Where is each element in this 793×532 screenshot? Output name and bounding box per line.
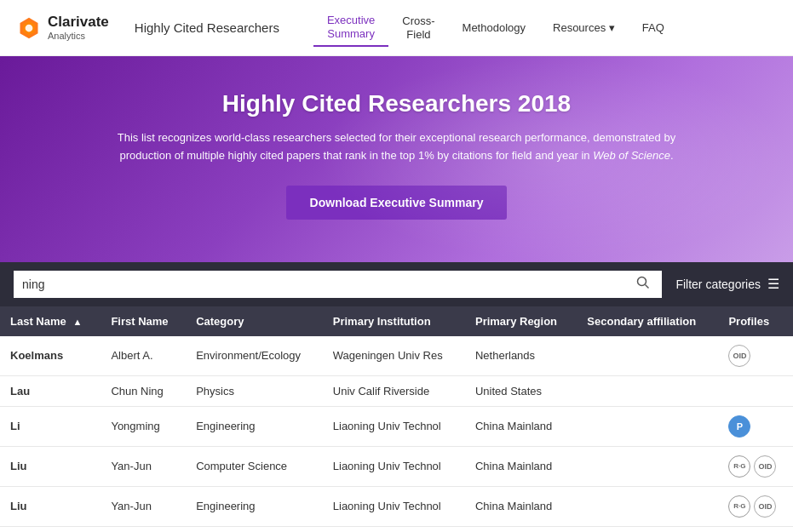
table-row[interactable]: LiYongmingEngineeringLiaoning Univ Techn… xyxy=(0,406,793,446)
nav-methodology[interactable]: Methodology xyxy=(449,16,539,40)
col-header-primary-institution[interactable]: Primary Institution xyxy=(323,306,465,336)
cell-category: Engineering xyxy=(186,406,323,446)
col-header-profiles[interactable]: Profiles xyxy=(718,306,793,336)
table-row[interactable]: LiuYan-JunEngineeringLiaoning Univ Techn… xyxy=(0,486,793,526)
cell-first_name: Yan-Jun xyxy=(101,486,186,526)
site-title: Highly Cited Researchers xyxy=(135,20,279,35)
clarivate-logo-icon xyxy=(17,16,41,40)
cell-primary_region: Netherlands xyxy=(465,526,577,532)
nav-executive-summary[interactable]: ExecutiveSummary xyxy=(313,9,388,47)
cell-last_name: Koelmans xyxy=(0,336,101,376)
profile-badge-publons-blue[interactable]: P xyxy=(728,415,750,438)
col-header-secondary-affiliation[interactable]: Secondary affiliation xyxy=(577,306,718,336)
cell-primary_institution: Wageningen Univ Res xyxy=(323,336,465,376)
table-row[interactable]: KoelmansAlbert A.Environment/EcologyWage… xyxy=(0,336,793,376)
main-nav: ExecutiveSummary Cross-Field Methodology… xyxy=(313,9,776,47)
cell-first_name: Yan-Jun xyxy=(101,446,186,486)
table-row[interactable]: MarrinkSiewert J.Cross-FieldUniv Groning… xyxy=(0,526,793,532)
header: Clarivate Analytics Highly Cited Researc… xyxy=(0,0,793,56)
cell-primary_institution: Univ Groningen xyxy=(323,526,465,532)
logo-clarivate: Clarivate xyxy=(48,14,109,31)
table-row[interactable]: LiuYan-JunComputer ScienceLiaoning Univ … xyxy=(0,446,793,486)
profile-badge-oid[interactable]: OID xyxy=(754,495,776,518)
cell-first_name: Siewert J. xyxy=(101,526,186,532)
cell-profiles: OID xyxy=(718,336,793,376)
cell-primary_institution: Liaoning Univ Technol xyxy=(323,446,465,486)
cell-profiles: R·GOID xyxy=(718,446,793,486)
table-row[interactable]: LauChun NingPhysicsUniv Calif RiversideU… xyxy=(0,375,793,406)
logo-analytics: Analytics xyxy=(48,31,109,41)
logo-text: Clarivate Analytics xyxy=(48,14,109,41)
cell-category: Environment/Ecology xyxy=(186,336,323,376)
cell-secondary_affiliation xyxy=(577,406,718,446)
nav-faq[interactable]: FAQ xyxy=(629,16,678,40)
col-header-last-name[interactable]: Last Name ▲ xyxy=(0,306,101,336)
search-input-wrap xyxy=(14,271,662,298)
col-header-primary-region[interactable]: Primary Region xyxy=(465,306,577,336)
filter-label: Filter categories xyxy=(675,277,761,291)
cell-profiles: R·G xyxy=(718,526,793,532)
search-input[interactable] xyxy=(22,277,633,291)
cell-first_name: Albert A. xyxy=(101,336,186,376)
cell-last_name: Lau xyxy=(0,375,101,406)
filter-icon: ☰ xyxy=(767,276,779,292)
cell-secondary_affiliation xyxy=(577,375,718,406)
results-table-wrap: Last Name ▲ First Name Category Primary … xyxy=(0,306,793,532)
download-executive-summary-button[interactable]: Download Executive Summary xyxy=(286,186,508,220)
cell-secondary_affiliation xyxy=(577,486,718,526)
cell-profiles: P xyxy=(718,406,793,446)
cell-last_name: Marrink xyxy=(0,526,101,532)
cell-first_name: Chun Ning xyxy=(101,375,186,406)
cell-secondary_affiliation xyxy=(577,526,718,532)
cell-primary_region: China Mainland xyxy=(465,406,577,446)
filter-categories-button[interactable]: Filter categories ☰ xyxy=(675,276,779,292)
results-table: Last Name ▲ First Name Category Primary … xyxy=(0,306,793,532)
cell-secondary_affiliation xyxy=(577,336,718,376)
cell-profiles: R·GOID xyxy=(718,486,793,526)
cell-category: Computer Science xyxy=(186,446,323,486)
svg-point-2 xyxy=(26,24,33,31)
col-header-first-name[interactable]: First Name xyxy=(101,306,186,336)
cell-first_name: Yongming xyxy=(101,406,186,446)
hero-banner: Highly Cited Researchers 2018 This list … xyxy=(0,56,793,262)
hero-title: Highly Cited Researchers 2018 xyxy=(17,90,776,117)
cell-category: Cross-Field xyxy=(186,526,323,532)
cell-secondary_affiliation xyxy=(577,446,718,486)
cell-primary_region: China Mainland xyxy=(465,446,577,486)
search-button[interactable] xyxy=(633,276,653,293)
cell-category: Engineering xyxy=(186,486,323,526)
profile-badge-oid[interactable]: OID xyxy=(754,455,776,478)
svg-line-4 xyxy=(646,284,649,288)
nav-resources[interactable]: Resources ▾ xyxy=(539,16,629,40)
profile-badge-oid[interactable]: OID xyxy=(728,345,750,367)
nav-cross-field[interactable]: Cross-Field xyxy=(388,9,448,46)
svg-point-3 xyxy=(638,277,646,285)
cell-profiles xyxy=(718,375,793,406)
table-header-row: Last Name ▲ First Name Category Primary … xyxy=(0,306,793,336)
cell-primary_institution: Univ Calif Riverside xyxy=(323,375,465,406)
cell-last_name: Liu xyxy=(0,446,101,486)
profile-badge-rid[interactable]: R·G xyxy=(728,455,750,478)
cell-primary_institution: Liaoning Univ Technol xyxy=(323,406,465,446)
cell-primary_region: China Mainland xyxy=(465,486,577,526)
cell-primary_institution: Liaoning Univ Technol xyxy=(323,486,465,526)
logo-area: Clarivate Analytics xyxy=(17,14,109,41)
cell-last_name: Liu xyxy=(0,486,101,526)
cell-last_name: Li xyxy=(0,406,101,446)
hero-description: This list recognizes world-class researc… xyxy=(99,129,695,165)
search-icon xyxy=(636,276,650,289)
cell-primary_region: Netherlands xyxy=(465,336,577,376)
cell-primary_region: United States xyxy=(465,375,577,406)
search-bar: Filter categories ☰ xyxy=(0,262,793,306)
col-header-category[interactable]: Category xyxy=(186,306,323,336)
profile-badge-rid[interactable]: R·G xyxy=(728,495,750,518)
cell-category: Physics xyxy=(186,375,323,406)
